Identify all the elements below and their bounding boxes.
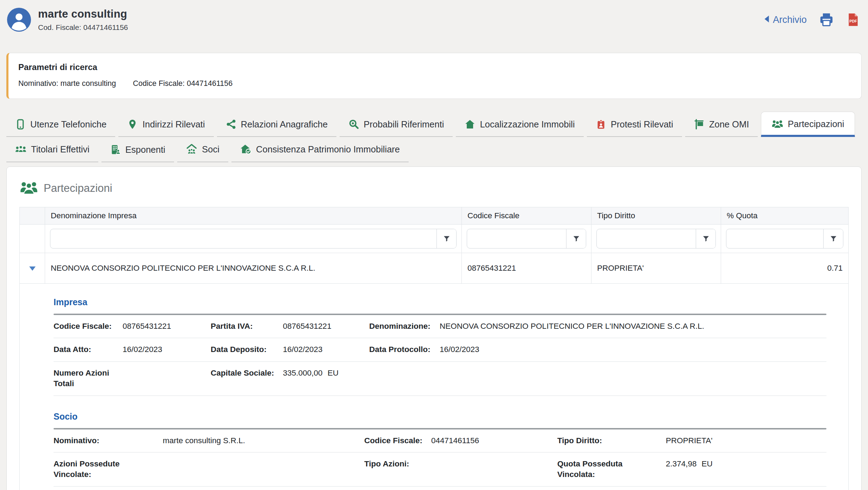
printer-icon xyxy=(819,12,834,27)
tab-localizzazione-immobili[interactable]: Localizzazione Immobili xyxy=(456,112,583,137)
row-expander[interactable] xyxy=(20,253,45,284)
filter-button-tipo-diritto[interactable] xyxy=(696,229,715,248)
field-label: Data Deposito: xyxy=(211,344,283,355)
field-value: PROPRIETA' xyxy=(666,435,826,446)
tab-label: Soci xyxy=(202,144,219,155)
chevron-down-icon[interactable] xyxy=(29,266,36,271)
tab-soci[interactable]: Soci xyxy=(177,137,228,162)
detail-row: % Quote Azioni Possedute: 0.71 xyxy=(54,487,826,490)
svg-text:PDF: PDF xyxy=(849,19,857,23)
house-check-icon xyxy=(240,144,252,155)
tab-label: Zone OMI xyxy=(709,119,749,130)
cell-denominazione: NEONOVA CONSORZIO POLITECNICO PER L'INNO… xyxy=(45,253,462,284)
socio-section-title: Socio xyxy=(54,412,826,422)
column-header-codice-fiscale[interactable]: Codice Fiscale xyxy=(462,207,591,225)
filter-input-tipo-diritto[interactable] xyxy=(597,229,696,248)
content-card: Partecipazioni Denominazione Impresa Cod… xyxy=(6,167,862,490)
tab-partecipazioni[interactable]: Partecipazioni xyxy=(761,112,855,137)
field-label: Quota Posseduta Vincolata: xyxy=(557,459,666,480)
funnel-icon xyxy=(702,235,710,243)
section-heading: Partecipazioni xyxy=(20,179,849,198)
tab-label: Probabili Riferimenti xyxy=(364,119,444,130)
column-header-quota[interactable]: % Quota xyxy=(721,207,849,225)
field-value: 08765431221 xyxy=(283,321,369,332)
filter-cell-empty xyxy=(20,225,45,253)
cell-quota: 0.71 xyxy=(721,253,849,284)
column-header-denominazione[interactable]: Denominazione Impresa xyxy=(45,207,462,225)
tab-label: Localizzazione Immobili xyxy=(480,119,575,130)
search-param-codice-fiscale: Codice Fiscale: 04471461156 xyxy=(133,79,232,88)
archive-label: Archivio xyxy=(773,14,807,25)
company-title: marte consulting xyxy=(38,8,128,20)
field-value: 16/02/2023 xyxy=(440,344,826,355)
search-params-title: Parametri di ricerca xyxy=(18,62,851,72)
filter-input-quota[interactable] xyxy=(726,229,823,248)
field-label: Azioni Possedute Vincolate: xyxy=(54,459,163,480)
back-arrow-icon xyxy=(764,14,769,25)
field-label: Capitale Sociale: xyxy=(211,368,283,378)
currency-unit: EU xyxy=(328,369,339,377)
tab-zone-omi[interactable]: Zone OMI xyxy=(685,112,758,137)
share-nodes-icon xyxy=(226,119,236,130)
tab-label: Partecipazioni xyxy=(788,119,844,129)
field-label: Partita IVA: xyxy=(211,321,283,332)
field-value: marte consulting S.R.L. xyxy=(163,435,364,446)
pdf-file-icon: PDF xyxy=(846,12,860,27)
filter-input-denominazione[interactable] xyxy=(50,229,436,248)
tab-label: Esponenti xyxy=(125,145,165,155)
tab-label: Utenze Telefoniche xyxy=(30,119,106,130)
app-header: marte consulting Cod. Fiscale: 044714611… xyxy=(0,0,868,39)
map-pin-icon xyxy=(127,119,138,130)
tab-consistenza-patrimonio[interactable]: Consistenza Patrimonio Immobiliare xyxy=(231,137,409,162)
field-label: Codice Fiscale: xyxy=(364,435,431,446)
filter-input-codice-fiscale[interactable] xyxy=(467,229,566,248)
tabs-row-primary: Utenze Telefoniche Indirizzi Rilevati Re… xyxy=(6,112,862,137)
detail-row: Nominativo: marte consulting S.R.L. Codi… xyxy=(54,429,826,453)
field-label: Nominativo: xyxy=(54,435,163,446)
tab-protesti-rilevati[interactable]: Protesti Rilevati xyxy=(587,112,682,137)
archive-link[interactable]: Archivio xyxy=(764,14,807,25)
building-person-icon xyxy=(110,144,121,155)
pdf-export-button[interactable]: PDF xyxy=(846,12,860,27)
filter-group-codice-fiscale xyxy=(467,229,586,249)
phone-icon xyxy=(15,119,26,130)
tab-label: Relazioni Anagrafiche xyxy=(241,119,328,130)
tabs-row-secondary: Titolari Effettivi Esponenti xyxy=(6,137,862,162)
filter-button-quota[interactable] xyxy=(823,229,843,248)
filter-button-denominazione[interactable] xyxy=(436,229,456,248)
table-row[interactable]: NEONOVA CONSORZIO POLITECNICO PER L'INNO… xyxy=(20,253,849,284)
tab-esponenti[interactable]: Esponenti xyxy=(101,138,174,162)
print-button[interactable] xyxy=(819,12,834,27)
field-value: 335.000,00EU xyxy=(283,368,369,378)
detail-row: Numero Azioni Totali Capitale Sociale: 3… xyxy=(54,362,826,396)
tab-titolari-effettivi[interactable]: Titolari Effettivi xyxy=(6,137,98,162)
currency-unit: EU xyxy=(702,459,713,468)
tab-label: Protesti Rilevati xyxy=(611,119,673,130)
detail-row: Azioni Possedute Vincolate: Tipo Azioni:… xyxy=(54,453,826,487)
field-value: 04471461156 xyxy=(431,435,557,446)
impresa-section-title: Impresa xyxy=(54,297,826,307)
search-param-nominativo: Nominativo: marte consulting xyxy=(18,79,116,88)
field-label: Tipo Azioni: xyxy=(364,459,431,469)
tab-indirizzi-rilevati[interactable]: Indirizzi Rilevati xyxy=(118,112,213,137)
tab-relazioni-anagrafiche[interactable]: Relazioni Anagrafiche xyxy=(217,112,337,137)
funnel-icon xyxy=(572,235,580,243)
filter-group-tipo-diritto xyxy=(596,229,716,249)
filter-button-codice-fiscale[interactable] xyxy=(566,229,586,248)
field-label: Numero Azioni Totali xyxy=(54,368,123,389)
house-icon xyxy=(465,119,475,130)
street-sign-icon xyxy=(694,119,705,130)
tab-label: Titolari Effettivi xyxy=(31,144,89,155)
field-value: 16/02/2023 xyxy=(123,344,211,355)
people-group-icon xyxy=(20,179,38,198)
people-three-icon xyxy=(15,144,26,155)
tab-label: Indirizzi Rilevati xyxy=(142,119,205,130)
column-header-tipo-diritto[interactable]: Tipo Diritto xyxy=(591,207,721,225)
section-title: Partecipazioni xyxy=(44,182,112,195)
tab-utenze-telefoniche[interactable]: Utenze Telefoniche xyxy=(6,112,115,137)
company-fiscal-code: Cod. Fiscale: 04471461156 xyxy=(38,23,128,32)
funnel-icon xyxy=(443,235,451,243)
tab-probabili-riferimenti[interactable]: Probabili Riferimenti xyxy=(340,112,453,137)
field-label: Codice Fiscale: xyxy=(54,321,123,332)
field-value: 2.374,98EU xyxy=(666,459,826,469)
